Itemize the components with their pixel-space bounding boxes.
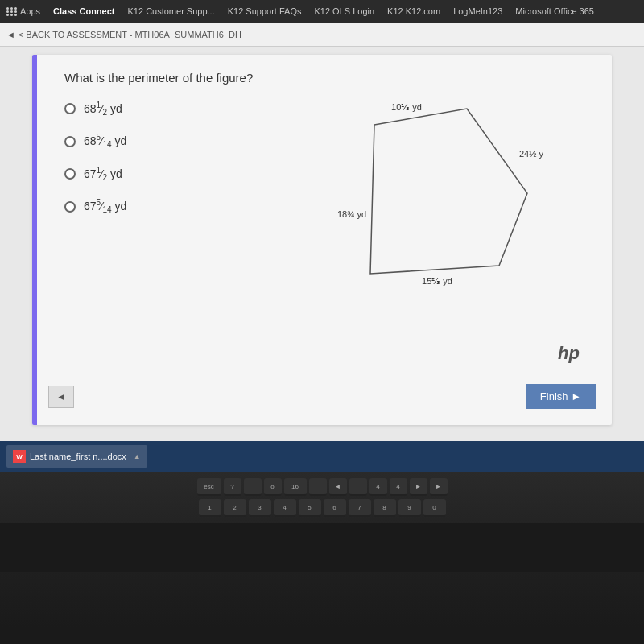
tab-label: K12 Customer Supp... <box>128 6 215 16</box>
side-top-label: 10⅓ yd <box>391 102 422 112</box>
side-right-top-label: 24½ yd <box>519 149 543 159</box>
apps-grid-icon <box>6 7 18 16</box>
taskbar-doc-item[interactable]: W Last name_first n....docx ▲ <box>6 445 147 468</box>
question-text: What is the perimeter of the figure? <box>64 71 588 85</box>
options-area: 681⁄2 yd 685⁄14 yd 671⁄2 yd <box>56 101 588 326</box>
key-6[interactable]: 6 <box>324 499 346 517</box>
office365-tab[interactable]: Microsoft Office 365 <box>512 5 597 18</box>
tab-label: K12 OLS Login <box>314 6 374 16</box>
option-d-text: 675⁄14 yd <box>84 198 126 214</box>
apps-label: Apps <box>20 6 40 16</box>
svg-marker-0 <box>370 109 527 274</box>
key-arr2[interactable]: ► <box>430 478 448 496</box>
key-4c[interactable]: 4 <box>390 478 407 496</box>
radio-a[interactable] <box>64 103 76 114</box>
radio-d[interactable] <box>64 201 76 213</box>
word-doc-icon: W <box>13 450 26 463</box>
key-2[interactable]: 2 <box>224 499 246 517</box>
tab-label: K12 K12.com <box>387 6 440 16</box>
taskbar: W Last name_first n....docx ▲ <box>0 441 644 472</box>
hp-logo: hp <box>558 343 580 364</box>
radio-c[interactable] <box>64 168 76 180</box>
nav-buttons: ◄ Finish ► <box>48 384 596 409</box>
tab-label: Class Connect <box>53 6 114 16</box>
k12-customer-tab[interactable]: K12 Customer Supp... <box>125 5 218 18</box>
class-connect-tab[interactable]: Class Connect <box>50 5 118 18</box>
tab-label: K12 Support FAQs <box>228 6 302 16</box>
key-1[interactable]: 1 <box>199 499 221 517</box>
option-a-text: 681⁄2 yd <box>84 101 122 117</box>
k12-ols-tab[interactable]: K12 OLS Login <box>311 5 378 18</box>
options-list: 681⁄2 yd 685⁄14 yd 671⁄2 yd <box>64 101 302 326</box>
prev-button[interactable]: ◄ <box>48 386 74 408</box>
key-blank1[interactable] <box>244 478 262 496</box>
doc-filename: Last name_first n....docx <box>30 452 126 461</box>
tab-bar: Apps Class Connect K12 Customer Supp... … <box>0 0 644 23</box>
key-o[interactable]: o <box>264 478 282 496</box>
key-blank2[interactable] <box>309 478 327 496</box>
key-blank3[interactable] <box>349 478 367 496</box>
tab-label: Microsoft Office 365 <box>515 6 594 16</box>
nav-bar: ◄ < BACK TO ASSESSMENT - MTH06A_SUMMATH6… <box>0 23 644 47</box>
content-area: What is the perimeter of the figure? 681… <box>0 47 644 441</box>
key-4[interactable]: 4 <box>274 499 296 517</box>
key-5[interactable]: 5 <box>299 499 321 517</box>
radio-b[interactable] <box>64 136 76 147</box>
chevron-up-icon: ▲ <box>134 452 141 460</box>
option-b[interactable]: 685⁄14 yd <box>64 133 302 149</box>
key-3[interactable]: 3 <box>249 499 271 517</box>
keyboard-row-2: 1 2 3 4 5 6 7 8 9 0 <box>199 499 446 517</box>
option-a[interactable]: 681⁄2 yd <box>64 101 302 117</box>
key-4a[interactable]: ◄ <box>329 478 347 496</box>
key-esc[interactable]: esc <box>197 478 221 496</box>
option-c[interactable]: 671⁄2 yd <box>64 166 302 182</box>
key-question[interactable]: ? <box>224 478 242 496</box>
key-arr1[interactable]: ► <box>410 478 427 496</box>
polygon-figure: 10⅓ yd 24½ yd 15⅔ yd 18¾ yd <box>318 101 543 310</box>
question-card: What is the perimeter of the figure? 681… <box>32 55 612 425</box>
tab-label: LogMeIn123 <box>453 6 502 16</box>
back-to-assessment-link[interactable]: ◄ < BACK TO ASSESSMENT - MTH06A_SUMMATH6… <box>6 30 242 39</box>
back-link-text: < BACK TO ASSESSMENT - MTH06A_SUMMATH6_D… <box>19 30 242 39</box>
option-c-text: 671⁄2 yd <box>84 166 122 182</box>
finish-label: Finish ► <box>540 390 581 402</box>
back-arrow-icon: ◄ <box>6 30 15 39</box>
apps-tab[interactable]: Apps <box>3 5 43 18</box>
card-accent <box>32 55 37 425</box>
key-0[interactable]: 0 <box>423 499 446 517</box>
key-8[interactable]: 8 <box>374 499 396 517</box>
key-4b[interactable]: 4 <box>369 478 387 496</box>
logmein-tab[interactable]: LogMeIn123 <box>450 5 506 18</box>
side-left-label: 18¾ yd <box>337 209 366 219</box>
option-d[interactable]: 675⁄14 yd <box>64 198 302 214</box>
k12-faqs-tab[interactable]: K12 Support FAQs <box>225 5 305 18</box>
figure-area: 10⅓ yd 24½ yd 15⅔ yd 18¾ yd <box>302 101 588 326</box>
keyboard-row-1: esc ? o 16 ◄ 4 4 ► ► <box>197 478 448 496</box>
finish-button[interactable]: Finish ► <box>526 384 596 409</box>
key-7[interactable]: 7 <box>349 499 371 517</box>
k12com-tab[interactable]: K12 K12.com <box>384 5 444 18</box>
side-bottom-label: 15⅔ yd <box>422 276 452 286</box>
key-9[interactable]: 9 <box>398 499 421 517</box>
keyboard-area: esc ? o 16 ◄ 4 4 ► ► 1 2 3 4 5 6 7 8 9 0 <box>0 472 644 629</box>
option-b-text: 685⁄14 yd <box>84 133 126 149</box>
prev-arrow-icon: ◄ <box>56 391 66 402</box>
key-16[interactable]: 16 <box>284 478 307 496</box>
browser-chrome: Apps Class Connect K12 Customer Supp... … <box>0 0 644 47</box>
